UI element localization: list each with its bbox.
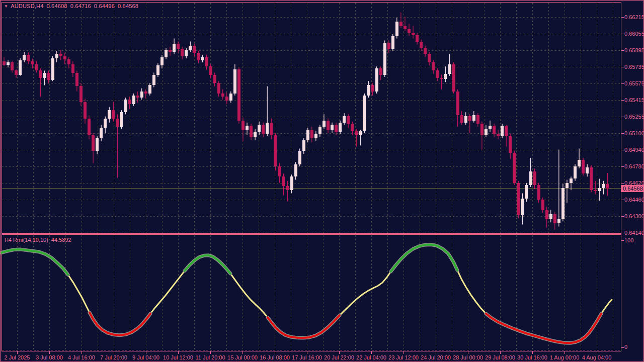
indicator-scale-max-label: 100 xyxy=(624,237,633,244)
price-axis-label: 0.64300 xyxy=(624,213,644,220)
price-axis-label: 0.65255 xyxy=(624,114,644,120)
collapse-triangle-icon[interactable]: ▼ xyxy=(4,4,8,9)
current-price-badge: 0.64568 xyxy=(621,185,644,192)
ohlc-open: 0.64608 xyxy=(47,3,67,9)
price-axis-label: 0.66215 xyxy=(624,14,644,21)
date-axis-label: 11 Jul 20:00 xyxy=(194,354,227,360)
date-axis-label: 15 Jul 00:00 xyxy=(226,354,259,360)
mt4-chart-window: ▼AUDUSD,H40.646080.647160.644960.64568 H… xyxy=(0,0,644,362)
date-axis-label: 9 Jul 04:00 xyxy=(129,354,163,360)
price-axis-label: 0.64780 xyxy=(624,163,644,170)
ohlc-close: 0.64568 xyxy=(118,3,138,9)
date-axis-label: 2 Jul 2025 xyxy=(1,354,34,360)
price-axis-label: 0.64940 xyxy=(624,147,644,153)
price-axis-label: 0.65100 xyxy=(624,130,644,137)
indicator-pane[interactable] xyxy=(2,234,621,351)
indicator-name-label: H4 Rmi(14,10,10) xyxy=(5,237,48,243)
date-axis-label: 16 Jul 08:00 xyxy=(258,354,291,360)
price-axis-label: 0.65735 xyxy=(624,64,644,70)
price-axis-label: 0.66055 xyxy=(624,31,644,37)
indicator-info-bar: H4 Rmi(14,10,10)44.5892 xyxy=(5,237,74,243)
ohlc-high: 0.64716 xyxy=(70,3,91,9)
date-axis-label: 28 Jul 00:00 xyxy=(451,354,485,360)
date-axis-label: 10 Jul 12:00 xyxy=(162,354,195,360)
price-axis-label: 0.64460 xyxy=(624,197,644,203)
date-axis-label: 22 Jul 04:00 xyxy=(355,354,388,360)
price-axis-label: 0.65415 xyxy=(624,97,644,104)
date-axis-label: 30 Jul 16:00 xyxy=(516,354,549,360)
price-axis-label: 0.65575 xyxy=(624,80,644,87)
date-axis-label: 1 Aug 00:00 xyxy=(548,354,581,360)
indicator-value: 44.5892 xyxy=(51,237,71,243)
date-axis-label: 4 Jul 16:00 xyxy=(65,354,98,360)
date-axis-label: 24 Jul 20:00 xyxy=(419,354,452,360)
date-axis-label: 20 Jul 22:00 xyxy=(323,354,356,360)
symbol-info-bar: ▼AUDUSD,H40.646080.647160.644960.64568 xyxy=(4,3,141,9)
ohlc-low: 0.64496 xyxy=(94,3,115,9)
price-axis-label: 0.65895 xyxy=(624,47,644,54)
indicator-scale-min-label: 0 xyxy=(624,344,627,350)
date-axis-label: 7 Jul 20:00 xyxy=(97,354,130,360)
price-axis-label: 0.64140 xyxy=(624,230,644,236)
date-axis-label: 17 Jul 16:00 xyxy=(290,354,324,360)
symbol-timeframe-label: AUDUSD,H4 xyxy=(11,3,43,9)
date-axis-label: 29 Jul 08:00 xyxy=(484,354,517,360)
date-axis-label: 4 Aug 04:00 xyxy=(580,354,613,360)
date-axis-label: 3 Jul 08:00 xyxy=(33,354,66,360)
date-axis-label: 23 Jul 12:00 xyxy=(387,354,420,360)
price-chart-pane[interactable] xyxy=(2,2,621,234)
